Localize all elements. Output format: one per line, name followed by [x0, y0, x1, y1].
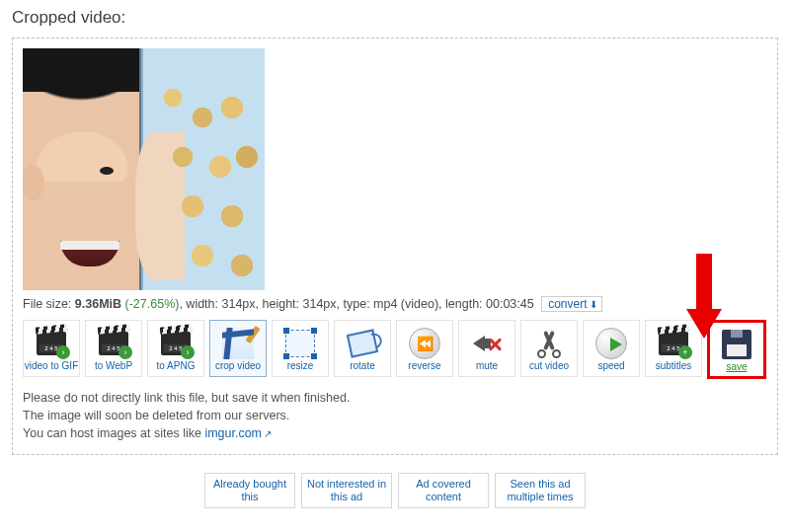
- rewind-icon: ⏪: [407, 327, 442, 360]
- tool-video-to-gif[interactable]: 2 4 5› video to GIF: [23, 320, 80, 377]
- resize-icon: [282, 327, 318, 360]
- video-preview[interactable]: [23, 48, 265, 290]
- ad-feedback-already-bought[interactable]: Already bought this: [204, 473, 295, 508]
- tool-label: cut video: [529, 361, 569, 371]
- mute-icon: [469, 327, 505, 360]
- tool-label: resize: [287, 361, 314, 371]
- tool-label: video to GIF: [25, 361, 78, 371]
- file-info: File size: 9.36MiB (-27.65%), width: 314…: [23, 296, 767, 312]
- file-dimensions: , width: 314px, height: 314px, type: mp4…: [179, 297, 533, 311]
- tool-label: to APNG: [157, 361, 196, 371]
- tool-crop-video[interactable]: crop video: [209, 320, 267, 377]
- scissors-icon: [531, 327, 567, 360]
- tool-resize[interactable]: resize: [272, 320, 329, 377]
- ad-feedback-row: Already bought this Not interested in th…: [12, 473, 778, 508]
- floppy-disk-icon: [719, 328, 754, 361]
- result-panel: File size: 9.36MiB (-27.65%), width: 314…: [12, 38, 778, 455]
- notice-text: Please do not directly link this file, b…: [23, 389, 767, 442]
- preview-image-right: [143, 48, 265, 290]
- tool-to-apng[interactable]: 2 4 5› to APNG: [147, 320, 204, 377]
- ad-feedback-seen-multiple[interactable]: Seen this ad multiple times: [495, 473, 586, 508]
- tool-rotate[interactable]: rotate: [334, 320, 391, 377]
- tool-reverse[interactable]: ⏪ reverse: [396, 320, 453, 377]
- ad-feedback-not-interested[interactable]: Not interested in this ad: [301, 473, 392, 508]
- clapperboard-icon: 2 4 5›: [96, 327, 131, 360]
- clapperboard-icon: 2 4 5›: [158, 327, 194, 360]
- tool-label: mute: [476, 361, 498, 371]
- tool-cut-video[interactable]: cut video: [520, 320, 578, 377]
- download-icon: ⬇: [590, 299, 597, 310]
- clapperboard-icon: 2 4 5›: [34, 327, 69, 360]
- file-size: 9.36MiB: [75, 297, 121, 311]
- preview-image-left: [23, 48, 141, 290]
- ad-feedback-covered-content[interactable]: Ad covered content: [398, 473, 489, 508]
- tool-speed[interactable]: speed: [583, 320, 640, 377]
- notice-line: Please do not directly link this file, b…: [23, 389, 767, 407]
- tool-label: to WebP: [95, 361, 132, 371]
- notice-line: The image will soon be deleted from our …: [23, 407, 767, 424]
- tool-label: reverse: [408, 361, 440, 371]
- tool-label: speed: [597, 361, 624, 371]
- highlight-arrow-icon: [686, 254, 720, 348]
- convert-label: convert: [548, 297, 587, 311]
- section-title: Cropped video:: [12, 8, 778, 28]
- info-prefix: File size:: [23, 297, 75, 311]
- tool-mute[interactable]: mute: [458, 320, 515, 377]
- tool-to-webp[interactable]: 2 4 5› to WebP: [85, 320, 142, 377]
- toolbar: 2 4 5› video to GIF 2 4 5› to WebP 2 4 5…: [23, 320, 767, 379]
- notice-line: You can host images at sites like imgur.…: [23, 424, 767, 442]
- imgur-link[interactable]: imgur.com: [204, 426, 262, 440]
- size-change-pct: (-27.65%): [125, 297, 180, 311]
- tool-label: subtitles: [656, 361, 692, 371]
- external-link-icon: ↗: [264, 428, 272, 439]
- convert-button[interactable]: convert⬇: [541, 296, 601, 312]
- speed-icon: [593, 327, 629, 360]
- rotate-icon: [345, 327, 380, 360]
- crop-icon: [220, 327, 256, 360]
- tool-label: rotate: [350, 361, 375, 371]
- tool-label: crop video: [215, 361, 261, 371]
- tool-label: save: [726, 362, 747, 372]
